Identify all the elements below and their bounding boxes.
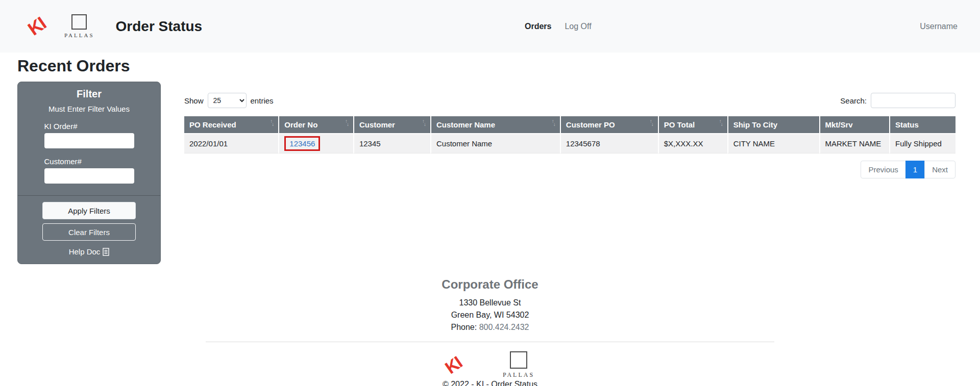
- footer: Corporate Office 1330 Bellevue St Green …: [0, 264, 980, 386]
- sort-icon: ↑↓: [650, 119, 655, 124]
- pallas-logo-label: PALLAS: [503, 371, 534, 379]
- column-header-mkt-srv: Mkt/Srv: [819, 116, 890, 134]
- pallas-square-icon: [71, 14, 87, 30]
- column-header-ship-to-city: Ship To City: [727, 116, 819, 134]
- pallas-logo-label: PALLAS: [64, 32, 94, 38]
- clear-filters-button[interactable]: Clear Filters: [42, 223, 136, 241]
- address-line-2: Green Bay, WI 54302: [0, 309, 980, 321]
- sort-icon: ↑↓: [552, 119, 557, 124]
- main-content: Recent Orders Filter Must Enter Filter V…: [0, 57, 980, 264]
- ki-logo-icon: KI: [25, 14, 49, 39]
- section-heading: Recent Orders: [17, 57, 980, 75]
- phone-line: Phone: 800.424.2432: [0, 321, 980, 333]
- filter-subtitle: Must Enter Filter Values: [18, 105, 160, 113]
- help-doc-link[interactable]: Help Doc: [69, 247, 110, 256]
- column-header-po-total[interactable]: PO Total ↑↓: [658, 116, 727, 134]
- sort-icon: ↑↓: [345, 119, 350, 124]
- column-header-po-received[interactable]: PO Received ↑↓: [184, 116, 278, 134]
- pallas-square-icon: [510, 351, 527, 369]
- sort-icon: ↑↓: [422, 119, 427, 124]
- cell-status: Fully Shipped: [889, 134, 955, 153]
- sort-icon: ↑↓: [719, 119, 724, 124]
- ki-logo-icon: KI: [442, 353, 464, 376]
- nav-item-orders[interactable]: Orders: [525, 22, 551, 31]
- copyright-text: © 2022 - KI - Order Status: [0, 380, 980, 386]
- apply-filters-button[interactable]: Apply Filters: [42, 202, 136, 219]
- page-size-select[interactable]: 25: [208, 93, 247, 108]
- search-label: Search:: [840, 96, 867, 105]
- pagination-previous-button[interactable]: Previous: [861, 161, 905, 178]
- sort-icon: ↑↓: [270, 119, 275, 124]
- table-header-row: PO Received ↑↓ Order No ↑↓ Customer ↑↓: [184, 116, 955, 134]
- orders-table-section: Show 25 entries Search:: [184, 82, 955, 178]
- filter-panel: Filter Must Enter Filter Values KI Order…: [17, 82, 161, 264]
- corporate-office-title: Corporate Office: [0, 277, 980, 292]
- footer-logos: KI PALLAS: [446, 351, 534, 379]
- filter-title: Filter: [18, 88, 160, 100]
- cell-po-total: $X,XXX.XX: [658, 134, 727, 153]
- address-line-1: 1330 Bellevue St: [0, 297, 980, 309]
- ki-order-label: KI Order#: [44, 122, 134, 131]
- pagination: Previous 1 Next: [184, 161, 955, 178]
- username-menu[interactable]: Username: [920, 22, 958, 31]
- ki-order-input[interactable]: [44, 133, 134, 148]
- phone-number-link[interactable]: 800.424.2432: [479, 323, 529, 331]
- show-label: Show: [184, 96, 204, 105]
- top-bar: KI PALLAS Order Status Orders Log Off Us…: [0, 0, 980, 53]
- cell-ship-to-city: CITY NAME: [727, 134, 819, 153]
- pagination-page-1-button[interactable]: 1: [905, 161, 925, 178]
- cell-mkt-srv: MARKET NAME: [819, 134, 890, 153]
- cell-order-no: 123456: [278, 134, 353, 153]
- column-header-customer-po[interactable]: Customer PO ↑↓: [560, 116, 658, 134]
- column-header-status: Status: [889, 116, 955, 134]
- order-number-link[interactable]: 123456: [284, 136, 320, 151]
- entries-label: entries: [251, 96, 274, 105]
- footer-divider: [206, 342, 774, 342]
- search-input[interactable]: [871, 93, 955, 108]
- cell-po-received: 2022/01/01: [184, 134, 278, 153]
- cell-customer: 12345: [353, 134, 430, 153]
- customer-number-label: Customer#: [44, 157, 134, 166]
- top-nav: Orders Log Off: [525, 22, 592, 31]
- help-doc-icon: [103, 248, 109, 256]
- page-title: Order Status: [116, 18, 203, 35]
- phone-label: Phone:: [451, 323, 479, 331]
- table-row: 2022/01/01 123456 12345 Customer Name 12…: [184, 134, 955, 153]
- orders-table: PO Received ↑↓ Order No ↑↓ Customer ↑↓: [184, 116, 955, 153]
- cell-customer-po: 12345678: [560, 134, 658, 153]
- nav-item-logoff[interactable]: Log Off: [565, 22, 591, 31]
- column-header-customer[interactable]: Customer ↑↓: [353, 116, 430, 134]
- pallas-logo: PALLAS: [64, 14, 94, 38]
- column-header-order-no[interactable]: Order No ↑↓: [278, 116, 353, 134]
- pallas-logo: PALLAS: [503, 351, 534, 379]
- cell-customer-name: Customer Name: [430, 134, 560, 153]
- column-header-customer-name[interactable]: Customer Name ↑↓: [430, 116, 560, 134]
- customer-number-input[interactable]: [44, 168, 134, 184]
- help-doc-label: Help Doc: [69, 247, 101, 256]
- pagination-next-button[interactable]: Next: [924, 161, 955, 178]
